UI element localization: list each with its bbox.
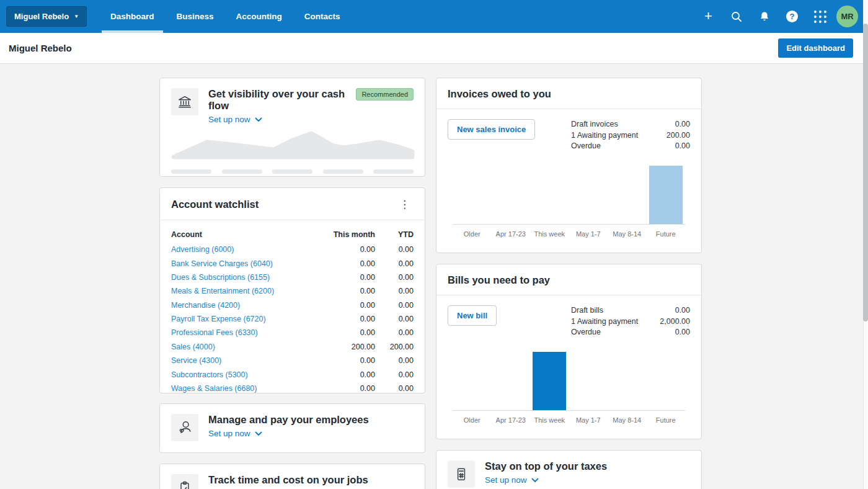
taxes-title: Stay on top of your taxes	[485, 460, 690, 472]
axis-label: Apr 17-23	[492, 416, 531, 424]
ytd-value: 0.00	[375, 301, 414, 310]
account-link[interactable]: Service (4300)	[171, 356, 316, 365]
axis-label: Apr 17-23	[492, 230, 531, 238]
invoices-body: New sales invoice Draft invoices0.001 Aw…	[436, 109, 701, 249]
table-row: Service (4300)0.000.00	[171, 354, 414, 367]
bills-stats: Draft bills0.001 Awaiting payment2,000.0…	[571, 305, 690, 338]
new-bill-button[interactable]: New bill	[448, 305, 497, 326]
chart-slot	[647, 166, 686, 224]
person-heart-icon	[177, 419, 193, 436]
kebab-menu-icon[interactable]: ⋮	[396, 198, 414, 211]
column-account: Account	[171, 230, 316, 239]
ytd-value: 0.00	[375, 328, 414, 337]
this-month-value: 0.00	[316, 287, 375, 295]
clipboard-icon	[177, 480, 193, 489]
tab-dashboard[interactable]: Dashboard	[99, 0, 166, 33]
chart-slot	[453, 166, 492, 224]
stat-label: Draft invoices	[571, 119, 618, 130]
this-month-value: 0.00	[316, 245, 375, 254]
stat-value: 0.00	[675, 141, 690, 152]
this-month-value: 0.00	[316, 259, 375, 268]
ytd-value: 200.00	[375, 343, 414, 351]
account-link[interactable]: Professional Fees (6330)	[171, 328, 316, 337]
stat-row: Overdue0.00	[571, 327, 690, 338]
tab-contacts[interactable]: Contacts	[293, 0, 352, 33]
cash-flow-placeholder-chart	[160, 130, 425, 182]
invoices-body-top: New sales invoice Draft invoices0.001 Aw…	[448, 119, 690, 152]
cash-flow-setup-link[interactable]: Set up now	[208, 115, 262, 124]
watchlist-header: Account watchlist ⋮	[160, 188, 425, 220]
account-link[interactable]: Meals & Entertainment (6200)	[171, 287, 316, 295]
account-link[interactable]: Dues & Subscriptions (6155)	[171, 273, 316, 282]
this-month-value: 0.00	[316, 273, 375, 282]
stat-label: Overdue	[571, 327, 601, 338]
ytd-value: 0.00	[375, 287, 414, 295]
stat-row: 1 Awaiting payment200.00	[571, 130, 690, 141]
chart-slot	[492, 352, 531, 410]
help-button[interactable]: ?	[781, 5, 804, 28]
notifications-button[interactable]	[753, 5, 776, 28]
scrollbar-track[interactable]	[863, 0, 868, 489]
recommended-badge: Recommended	[356, 88, 414, 101]
stat-row: Draft bills0.00	[571, 305, 690, 316]
axis-label: Older	[453, 230, 492, 238]
stat-row: Draft invoices0.00	[571, 119, 690, 130]
cash-flow-card-header: Get visibility over your cash flow Recom…	[160, 78, 425, 130]
bar-future	[649, 166, 683, 224]
caret-down-icon: ▼	[74, 14, 79, 19]
chevron-down-icon	[255, 431, 262, 436]
account-link[interactable]: Bank Service Charges (6040)	[171, 259, 316, 268]
employees-card-inner: Manage and pay your employees Set up now	[160, 404, 425, 451]
edit-dashboard-button[interactable]: Edit dashboard	[778, 38, 853, 58]
axis-label: Older	[453, 416, 492, 424]
user-avatar[interactable]: MR	[836, 6, 858, 27]
calculator-icon	[453, 466, 469, 482]
taxes-card: Stay on top of your taxes Set up now	[436, 450, 702, 489]
axis-label: Future	[647, 230, 686, 238]
table-row: Merchandise (4200)0.000.00	[171, 298, 414, 312]
chart-slot	[530, 166, 569, 224]
ytd-value: 0.00	[375, 370, 414, 379]
jobs-card-inner: Track time and cost on your jobs	[160, 464, 425, 489]
account-link[interactable]: Wages & Salaries (6680)	[171, 384, 316, 393]
stat-value: 0.00	[675, 305, 690, 316]
new-sales-invoice-button[interactable]: New sales invoice	[448, 119, 535, 140]
bar-this-week	[533, 352, 566, 410]
stat-label: 1 Awaiting payment	[571, 316, 638, 328]
watchlist-table: Account This month YTD Advertising (6000…	[160, 220, 425, 405]
org-switcher-button[interactable]: Miguel Rebelo ▼	[6, 6, 87, 27]
watchlist-table-body: Advertising (6000)0.000.00Bank Service C…	[171, 243, 414, 395]
org-name: Miguel Rebelo	[14, 12, 69, 21]
bills-title: Bills you need to pay	[448, 274, 550, 286]
account-link[interactable]: Advertising (6000)	[171, 245, 316, 254]
table-row: Payroll Tax Expense (6720)0.000.00	[171, 312, 414, 326]
column-ytd: YTD	[375, 230, 414, 239]
this-month-value: 200.00	[316, 343, 375, 351]
account-link[interactable]: Merchandise (4200)	[171, 301, 316, 310]
account-link[interactable]: Sales (4000)	[171, 343, 316, 351]
chart-slot	[530, 352, 569, 410]
tab-label: Dashboard	[110, 12, 154, 21]
account-link[interactable]: Subcontractors (5300)	[171, 370, 316, 379]
create-new-button[interactable]: +	[697, 5, 720, 28]
axis-label: May 8-14	[608, 416, 647, 424]
taxes-text: Stay on top of your taxes Set up now	[485, 460, 690, 485]
avatar-initials: MR	[841, 12, 853, 21]
apps-menu-button[interactable]	[808, 5, 831, 28]
scrollbar-thumb[interactable]	[863, 24, 868, 321]
search-button[interactable]	[725, 5, 748, 28]
employees-title: Manage and pay your employees	[208, 414, 414, 426]
tab-accounting[interactable]: Accounting	[225, 0, 293, 33]
bills-card: Bills you need to pay New bill Draft bil…	[436, 264, 702, 439]
chevron-down-icon	[255, 117, 262, 122]
tab-business[interactable]: Business	[166, 0, 225, 33]
bell-icon	[758, 11, 771, 23]
watchlist-title: Account watchlist	[171, 199, 259, 210]
page-header: Miguel Rebelo Edit dashboard	[0, 33, 868, 64]
account-link[interactable]: Payroll Tax Expense (6720)	[171, 315, 316, 323]
employees-setup-link[interactable]: Set up now	[208, 429, 262, 438]
cash-flow-text: Get visibility over your cash flow Recom…	[208, 88, 414, 125]
taxes-setup-link[interactable]: Set up now	[485, 475, 539, 485]
stat-label: Draft bills	[571, 305, 603, 316]
employees-card: Manage and pay your employees Set up now	[159, 403, 425, 453]
